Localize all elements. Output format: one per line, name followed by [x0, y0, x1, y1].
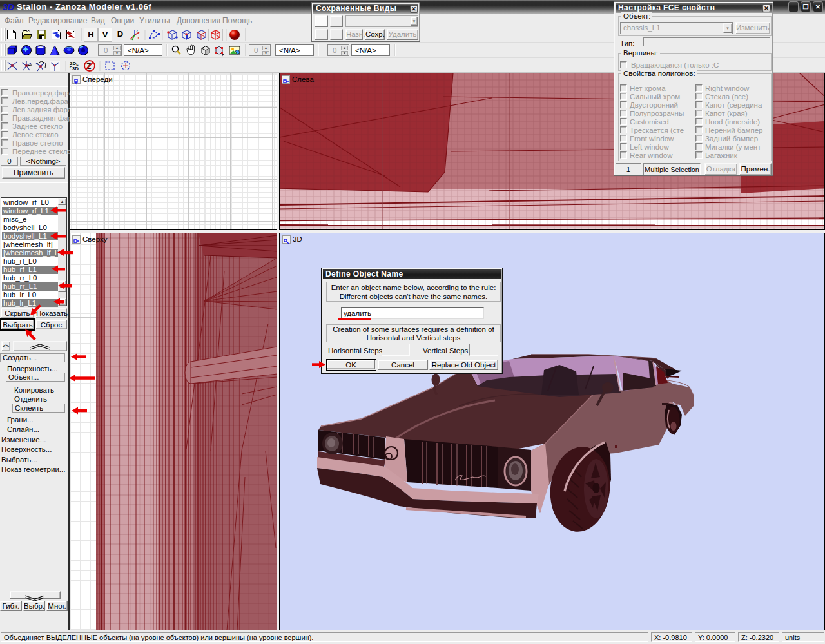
svg-text:z: z	[136, 28, 139, 33]
svg-text:⌜3D: ⌜3D	[70, 66, 79, 72]
svg-text:3D: 3D	[3, 2, 14, 12]
svg-text:x: x	[137, 35, 140, 40]
